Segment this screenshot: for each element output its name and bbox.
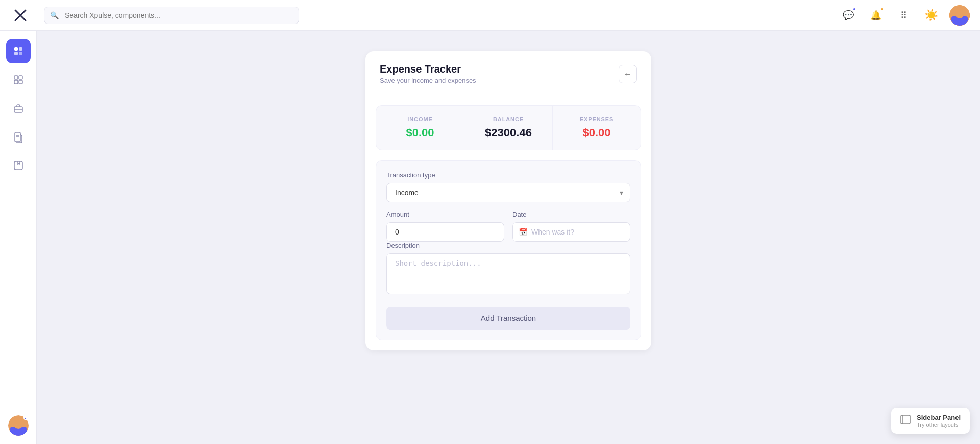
search-icon: 🔍 [50, 11, 59, 19]
sidebar-item-grid[interactable] [6, 67, 31, 92]
svg-rect-0 [14, 47, 18, 51]
sidebar-item-briefcase[interactable] [6, 96, 31, 121]
balance-label: BALANCE [475, 116, 542, 122]
svg-rect-3 [19, 52, 22, 55]
theme-toggle[interactable]: ☀️ [922, 6, 940, 25]
svg-rect-1 [19, 47, 22, 51]
expenses-value: $0.00 [563, 126, 630, 139]
expenses-label: EXPENSES [563, 116, 630, 122]
messages-button[interactable]: 💬 [839, 6, 857, 25]
add-transaction-button[interactable]: Add Transaction [386, 307, 630, 330]
transaction-type-select-wrapper: Income Expense ▾ [386, 183, 630, 202]
panel-hint-icon [900, 414, 911, 427]
income-label: INCOME [386, 116, 454, 122]
stat-income: INCOME $0.00 [376, 106, 464, 150]
main-layout: Expense Tracker Save your income and exp… [0, 31, 980, 444]
panel-hint[interactable]: Sidebar Panel Try other layouts [891, 408, 970, 434]
svg-rect-7 [19, 80, 22, 84]
tracker-title: Expense Tracker [380, 63, 476, 75]
sidebar [0, 31, 37, 444]
tracker-subtitle: Save your income and expenses [380, 77, 476, 84]
app-logo[interactable] [10, 5, 31, 26]
date-input[interactable] [512, 222, 630, 242]
search-input[interactable] [44, 7, 299, 24]
tracker-title-group: Expense Tracker Save your income and exp… [380, 63, 476, 84]
svg-rect-2 [14, 52, 18, 55]
stats-container: INCOME $0.00 BALANCE $2300.46 EXPENSES $… [376, 105, 641, 150]
svg-rect-5 [19, 76, 22, 79]
sidebar-item-notes[interactable] [6, 153, 31, 178]
svg-rect-13 [14, 161, 22, 170]
sidebar-item-document[interactable] [6, 125, 31, 149]
panel-hint-text: Sidebar Panel Try other layouts [917, 414, 961, 428]
notifications-button[interactable]: 🔔 [867, 6, 885, 25]
sidebar-avatar-badge [23, 415, 29, 420]
transaction-form: Transaction type Income Expense ▾ Amount [376, 160, 641, 340]
transaction-type-label: Transaction type [386, 171, 630, 179]
amount-date-row: Amount Date 📅 [386, 211, 630, 242]
amount-label: Amount [386, 211, 504, 218]
panel-hint-title: Sidebar Panel [917, 414, 961, 422]
search-container: 🔍 [44, 7, 299, 24]
sidebar-item-dashboard[interactable] [6, 39, 31, 63]
date-col: Date 📅 [512, 211, 630, 242]
messages-badge [852, 7, 856, 11]
navbar-right: 💬 🔔 ⠿ ☀️ [839, 5, 970, 26]
back-button[interactable]: ← [619, 65, 637, 83]
income-value: $0.00 [386, 126, 454, 139]
notifications-badge [880, 7, 884, 11]
expense-tracker-card: Expense Tracker Save your income and exp… [365, 51, 651, 350]
stat-expenses: EXPENSES $0.00 [553, 106, 641, 150]
date-label: Date [512, 211, 630, 218]
description-input[interactable] [386, 253, 630, 294]
team-button[interactable]: ⠿ [894, 6, 913, 25]
navbar: 🔍 💬 🔔 ⠿ ☀️ [0, 0, 980, 31]
tracker-header: Expense Tracker Save your income and exp… [365, 51, 651, 95]
svg-rect-4 [14, 76, 18, 79]
sidebar-user-avatar[interactable] [8, 415, 29, 436]
svg-rect-14 [901, 415, 910, 424]
user-avatar[interactable] [949, 5, 970, 26]
description-label: Description [386, 242, 630, 249]
amount-col: Amount [386, 211, 504, 242]
calendar-icon: 📅 [519, 228, 527, 236]
content-area: Expense Tracker Save your income and exp… [37, 31, 980, 444]
date-input-wrapper: 📅 [512, 222, 630, 242]
svg-rect-6 [14, 80, 18, 84]
transaction-type-group: Transaction type Income Expense ▾ [386, 171, 630, 202]
amount-input[interactable] [386, 222, 504, 242]
panel-hint-subtitle: Try other layouts [917, 422, 961, 428]
transaction-type-select[interactable]: Income Expense [386, 183, 630, 202]
stat-balance: BALANCE $2300.46 [464, 106, 553, 150]
balance-value: $2300.46 [475, 126, 542, 139]
description-group: Description [386, 242, 630, 296]
sidebar-bottom [8, 415, 29, 436]
